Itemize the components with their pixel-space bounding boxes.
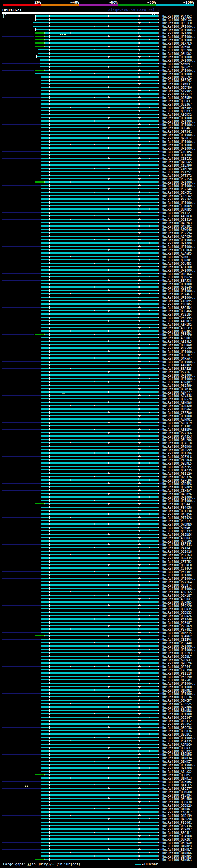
hit-label[interactable]: UniRef100_P21251 xyxy=(162,170,192,174)
hit-label[interactable]: UniRef100_P11120 xyxy=(162,472,192,475)
hit-label[interactable]: UniRef100_UPI000.. xyxy=(162,147,195,150)
hit-label[interactable]: UniRef100_D0A9H8 xyxy=(162,834,192,838)
hit-label[interactable]: UniRef100_A4V9Q5 xyxy=(162,89,192,93)
hit-label[interactable]: UniRef100_Q0JNL7 xyxy=(162,655,192,658)
hit-label[interactable]: UniRef100_Q7T3T2 xyxy=(162,174,192,177)
hit-label[interactable]: UniRef100_Q9ZTV3 xyxy=(162,652,192,655)
hit-label[interactable]: UniRef100_P94058 xyxy=(162,506,192,509)
hit-label[interactable]: UniRef100_P02598 xyxy=(162,347,192,350)
hit-label[interactable]: UniRef100_UPI000.. xyxy=(162,140,195,144)
hit-label[interactable]: UniRef100_P27161 xyxy=(162,370,192,374)
hit-label[interactable]: UniRef100_UPI000.. xyxy=(162,38,195,42)
hit-label[interactable]: UniRef100_B1NDL7 xyxy=(162,848,192,851)
hit-label[interactable]: UniRef100_A3FQ56 xyxy=(162,235,192,238)
hit-label[interactable]: UniRef100_UPI000.. xyxy=(162,648,195,652)
hit-label[interactable]: UniRef100_Q5U206 xyxy=(162,438,192,441)
hit-label[interactable]: UniRef100_UPI000.. xyxy=(162,269,195,272)
hit-label[interactable]: UniRef100_C1BIJ2 xyxy=(162,157,192,160)
hit-label[interactable]: UniRef100_UPI000.. xyxy=(162,123,195,127)
hit-label[interactable]: UniRef100_UPI000.. xyxy=(162,201,195,205)
hit-label[interactable]: UniRef100_Q6DMS1 xyxy=(162,773,192,777)
hit-label[interactable]: UniRef100_O93410 xyxy=(162,218,192,221)
hit-label[interactable]: UniRef100_B4FQS6 xyxy=(162,513,192,516)
hit-label[interactable]: UniRef100_Q39446 xyxy=(162,824,192,828)
hit-label[interactable]: UniRef100_P13868 xyxy=(162,459,192,462)
hit-label[interactable]: UniRef100_A9PDT9 xyxy=(162,421,192,425)
hit-label[interactable]: UniRef100_Q9D6P8 xyxy=(162,482,192,486)
hit-label[interactable]: UniRef100_P11118 xyxy=(162,672,192,675)
hit-label[interactable]: UniRef100_P25069 xyxy=(162,624,192,628)
hit-label[interactable]: UniRef100_A8QDX2 xyxy=(162,113,192,116)
hit-label[interactable]: UniRef100_B4FBY6 xyxy=(162,492,192,496)
hit-label[interactable]: UniRef100_O97341 xyxy=(162,130,192,133)
hit-label[interactable]: UniRef100_B1NDI3 xyxy=(162,777,192,780)
hit-label[interactable]: UniRef100_O16305 xyxy=(162,106,192,110)
hit-label[interactable]: UniRef100_Q5MCR7 xyxy=(162,699,192,702)
hit-label[interactable]: UniRef100_B0D6G4 xyxy=(162,408,192,411)
hit-label[interactable]: UniRef100_Q6F332 xyxy=(162,530,192,533)
hit-label[interactable]: UniRef100_O65347 xyxy=(162,716,192,719)
hit-label[interactable]: UniRef100_B5G4L1 xyxy=(162,831,192,834)
hit-label[interactable]: UniRef100_Q7QGY7 xyxy=(162,66,192,69)
hit-label[interactable]: UniRef100_Q29376 xyxy=(162,475,192,479)
hit-label[interactable]: UniRef100_P41041 xyxy=(162,547,192,550)
hit-label[interactable]: UniRef100_UPI000.. xyxy=(162,245,195,248)
hit-label[interactable]: UniRef100_B6T148 xyxy=(162,509,192,513)
hit-label[interactable]: UniRef100_A4UUE2 xyxy=(162,320,192,323)
hit-label[interactable]: UniRef100_Q39447 xyxy=(162,502,192,506)
hit-label[interactable]: UniRef100_B2CNC1 xyxy=(162,733,192,736)
hit-label[interactable]: UniRef100_B1NDJ4 xyxy=(162,756,192,760)
hit-label[interactable]: UniRef100_B1NDN8 xyxy=(162,709,192,713)
hit-label[interactable]: UniRef100_Q6DN29 xyxy=(162,804,192,807)
hit-label[interactable]: UniRef100_P11121 xyxy=(162,211,192,215)
hit-label[interactable]: UniRef100_Q98UH8 xyxy=(162,780,192,784)
hit-label[interactable]: UniRef100_B1NDK1 xyxy=(162,807,192,811)
hit-label[interactable]: UniRef100_Q8L6D0 xyxy=(162,797,192,801)
hit-label[interactable]: UniRef100_A2WNH1 xyxy=(162,526,192,530)
hit-label[interactable]: UniRef100_C7E3V0 xyxy=(162,669,192,672)
hit-label[interactable]: UniRef100_A9RWJ4 xyxy=(162,658,192,662)
hit-label[interactable]: UniRef100_Q9UB37 xyxy=(162,110,192,113)
hit-label[interactable]: UniRef100_Q4R5A7 xyxy=(162,357,192,360)
hit-label[interactable]: UniRef100_A5A6K5 xyxy=(162,252,192,255)
hit-label[interactable]: UniRef100_Q1ALF5 xyxy=(162,784,192,787)
hit-label[interactable]: UniRef100_Q6DN31 xyxy=(162,746,192,750)
hit-label[interactable]: UniRef100_A9RNC0 xyxy=(162,743,192,746)
hit-label[interactable]: UniRef100_Q43698 xyxy=(162,817,192,821)
hit-label[interactable]: UniRef100_P27164 xyxy=(162,581,192,584)
hit-label[interactable]: UniRef100_Q1WLX8 xyxy=(162,18,192,22)
hit-label[interactable]: UniRef100_B1NDK3 xyxy=(162,858,192,862)
hit-label[interactable]: UniRef100_P53440 xyxy=(162,641,192,645)
hit-label[interactable]: UniRef100_UPI000.. xyxy=(162,32,195,35)
hit-label[interactable]: UniRef100_UPI000.. xyxy=(162,116,195,120)
hit-label[interactable]: UniRef100_Q84NG2 xyxy=(162,634,192,638)
hit-label[interactable]: UniRef100_Q1X7L9 xyxy=(162,42,192,45)
hit-label[interactable]: UniRef100_UPI000.. xyxy=(162,154,195,157)
hit-label[interactable]: UniRef100_P07463 xyxy=(162,292,192,296)
hit-label[interactable]: UniRef100_C3ZEW2 xyxy=(162,194,192,198)
hit-label[interactable]: UniRef100_UPI000.. xyxy=(162,414,195,418)
hit-label[interactable]: UniRef100_P62152 xyxy=(162,79,192,83)
hit-label[interactable]: UniRef100_B5XCM2 xyxy=(162,191,192,194)
hit-label[interactable]: UniRef100_A2NY77 xyxy=(162,391,192,394)
hit-label[interactable]: UniRef100_P18061 xyxy=(162,821,192,824)
hit-label[interactable]: UniRef100_UPI000.. xyxy=(162,69,195,72)
hit-label[interactable]: UniRef100_C1FDG8 xyxy=(162,248,192,252)
hit-label[interactable]: UniRef100_Q03509 xyxy=(162,540,192,543)
hit-label[interactable]: UniRef100_UPI000.. xyxy=(162,692,195,695)
hit-label[interactable]: UniRef100_C0H8K4 xyxy=(162,303,192,306)
hit-label[interactable]: UniRef100_Q6EEV2 xyxy=(162,76,192,79)
hit-label[interactable]: UniRef100_Q5YET8 xyxy=(162,441,192,445)
hit-label[interactable]: UniRef100_Q93VL8 xyxy=(162,455,192,459)
hit-label[interactable]: UniRef100_UPI000.. xyxy=(162,496,195,499)
hit-label[interactable]: UniRef100_B1NDP3 xyxy=(162,845,192,848)
hit-label[interactable]: UniRef100_B5YMJ6 xyxy=(162,388,192,391)
hit-label[interactable]: UniRef100_O17501 xyxy=(162,679,192,682)
hit-label[interactable]: UniRef100_Q9BRL5 xyxy=(162,462,192,465)
hit-label[interactable]: UniRef100_B6AE25 xyxy=(162,367,192,370)
hit-label[interactable]: UniRef100_Q6PWX0 xyxy=(162,841,192,845)
hit-label[interactable]: UniRef100_P69097 xyxy=(162,828,192,831)
hit-label[interactable]: UniRef100_UPI000.. xyxy=(162,685,195,689)
hit-label[interactable]: UniRef100_UPI000.. xyxy=(162,736,195,740)
hit-label[interactable]: UniRef100_UPI000.. xyxy=(162,35,195,38)
